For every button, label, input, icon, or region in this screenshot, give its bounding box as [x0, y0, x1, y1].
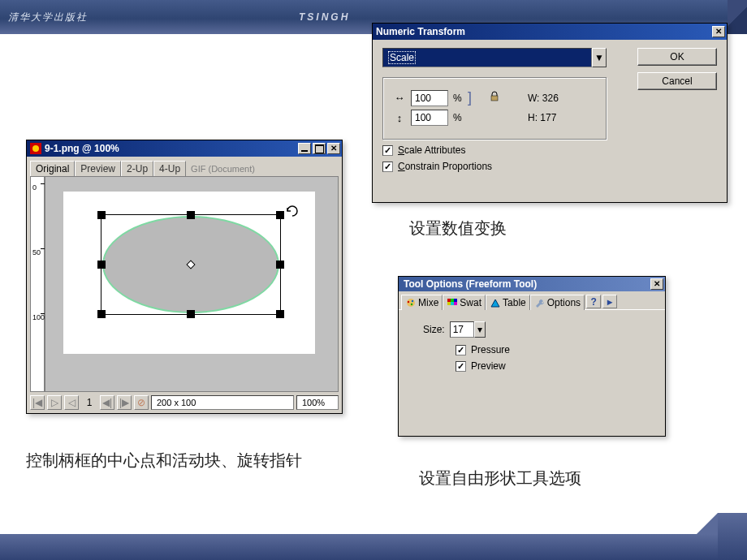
- tab-mixer[interactable]: Mixe: [401, 295, 443, 310]
- next-button[interactable]: |▶: [117, 395, 132, 410]
- percent-label-2: %: [453, 112, 463, 123]
- size-label: Size:: [423, 324, 445, 335]
- handle-middle-left[interactable]: [97, 261, 106, 269]
- bounding-box[interactable]: [101, 214, 281, 315]
- close-button[interactable]: ✕: [327, 143, 340, 154]
- spinner-button[interactable]: ▾: [474, 321, 486, 338]
- cancel-button[interactable]: Cancel: [637, 72, 717, 90]
- vertical-scale-input[interactable]: [411, 110, 448, 126]
- svg-rect-12: [454, 302, 457, 305]
- minimize-button[interactable]: [298, 143, 311, 154]
- wrench-icon: [534, 298, 546, 308]
- gif-document-label: GIF (Document): [186, 162, 260, 175]
- svg-rect-7: [447, 299, 451, 302]
- svg-rect-10: [447, 302, 451, 305]
- scale-attributes-label: Scale Attributes: [398, 144, 465, 156]
- mixer-icon: [405, 298, 417, 308]
- handle-top-right[interactable]: [276, 211, 284, 219]
- stop-button[interactable]: ⊘: [134, 395, 149, 410]
- handle-bottom-left[interactable]: [97, 310, 106, 318]
- maximize-button[interactable]: [313, 143, 326, 154]
- handle-bottom-right[interactable]: [276, 310, 284, 318]
- tab-swatches[interactable]: Swat: [443, 295, 486, 310]
- link-bracket-icon: ]: [468, 89, 482, 106]
- help-button[interactable]: ?: [586, 295, 601, 308]
- tool-options-titlebar[interactable]: Tool Options (Freeform Tool) ✕: [399, 277, 665, 291]
- transform-type-value: Scale: [382, 48, 592, 67]
- image-window: 9-1.png @ 100% ✕ Original Preview 2-Up 4…: [26, 140, 343, 414]
- play-button[interactable]: ▷: [47, 395, 62, 410]
- handle-top-middle[interactable]: [187, 211, 195, 219]
- size-spinner[interactable]: ▾: [450, 321, 486, 338]
- caption-tool-options: 设置自由形状工具选项: [419, 467, 581, 489]
- fireworks-icon: [30, 143, 41, 154]
- dropdown-button[interactable]: ▼: [592, 48, 607, 67]
- svg-point-6: [411, 303, 412, 304]
- numeric-transform-dialog: Numeric Transform ✕ Scale ▼ ↔ % ]: [372, 23, 728, 203]
- footer-side: [718, 513, 747, 560]
- numeric-transform-titlebar[interactable]: Numeric Transform ✕: [373, 24, 727, 40]
- canvas-page: [63, 192, 315, 354]
- size-input[interactable]: [450, 321, 474, 338]
- handle-middle-right[interactable]: [276, 261, 284, 269]
- tool-options-title: Tool Options (Freeform Tool): [404, 278, 649, 290]
- handle-bottom-middle[interactable]: [187, 310, 195, 318]
- table-icon: [490, 298, 501, 308]
- constrain-proportions-checkbox[interactable]: Constrain Proportions: [382, 161, 629, 172]
- close-button[interactable]: ✕: [650, 278, 663, 290]
- tab-4up[interactable]: 4-Up: [153, 161, 186, 176]
- image-window-titlebar[interactable]: 9-1.png @ 100% ✕: [27, 140, 342, 157]
- horizontal-scale-input[interactable]: [411, 90, 448, 106]
- tool-options-palette: Tool Options (Freeform Tool) ✕ Mixe Swat…: [398, 276, 666, 437]
- view-tabs: Original Preview 2-Up 4-Up GIF (Document…: [27, 157, 342, 175]
- checkbox-icon: [456, 345, 466, 355]
- constrain-proportions-label: Constrain Proportions: [398, 161, 492, 172]
- svg-rect-2: [491, 96, 498, 101]
- rotate-cursor-icon: [285, 204, 300, 218]
- prev-frame-button[interactable]: ◁: [64, 395, 79, 410]
- pressure-checkbox[interactable]: Pressure: [456, 344, 655, 355]
- svg-rect-11: [451, 302, 454, 305]
- tab-2up[interactable]: 2-Up: [121, 161, 153, 176]
- percent-label: %: [453, 93, 463, 104]
- width-label: W: 326: [528, 93, 572, 104]
- handle-top-left[interactable]: [97, 211, 106, 219]
- caption-control-handles: 控制柄框的中心点和活动块、旋转指针: [26, 450, 302, 472]
- svg-rect-8: [451, 299, 454, 302]
- height-label: H: 177: [528, 112, 572, 123]
- center-point[interactable]: [186, 260, 195, 269]
- tab-options[interactable]: Options: [530, 295, 585, 310]
- pressure-label: Pressure: [471, 344, 510, 355]
- tab-table[interactable]: Table: [486, 295, 530, 310]
- svg-point-4: [408, 300, 409, 302]
- ok-button[interactable]: OK: [637, 48, 717, 66]
- transform-type-combo[interactable]: Scale ▼: [382, 48, 607, 67]
- frame-number: 1: [81, 397, 97, 408]
- close-button[interactable]: ✕: [712, 26, 725, 37]
- status-bar: |◀ ▷ ◁ 1 ◀| |▶ ⊘ 200 x 100 100%: [28, 394, 340, 411]
- checkbox-icon: [382, 162, 393, 172]
- first-frame-button[interactable]: |◀: [30, 395, 45, 410]
- image-window-title: 9-1.png @ 100%: [45, 143, 296, 154]
- canvas-area[interactable]: [45, 176, 339, 392]
- palette-menu-button[interactable]: ▸: [602, 295, 617, 308]
- horizontal-arrow-icon: ↔: [393, 92, 406, 104]
- caption-numeric-transform: 设置数值变换: [409, 218, 507, 239]
- tab-preview[interactable]: Preview: [75, 161, 121, 176]
- preview-label: Preview: [471, 360, 506, 372]
- palette-tabs: Mixe Swat Table Options ? ▸: [399, 291, 665, 309]
- tab-original[interactable]: Original: [30, 161, 75, 176]
- palette-body: Size: ▾ Pressure Preview: [399, 309, 665, 380]
- numeric-transform-title: Numeric Transform: [376, 26, 710, 37]
- svg-point-1: [32, 145, 39, 152]
- preview-checkbox[interactable]: Preview: [456, 360, 655, 372]
- zoom-level[interactable]: 100%: [296, 395, 339, 410]
- svg-point-5: [412, 299, 413, 301]
- checkbox-icon: [382, 145, 393, 156]
- scale-attributes-checkbox[interactable]: Scale Attributes: [382, 144, 629, 156]
- svg-rect-9: [454, 299, 457, 302]
- lock-icon[interactable]: [489, 91, 500, 105]
- prev-button[interactable]: ◀|: [100, 395, 114, 410]
- footer-corner: [697, 513, 718, 534]
- canvas-dimensions[interactable]: 200 x 100: [151, 395, 294, 410]
